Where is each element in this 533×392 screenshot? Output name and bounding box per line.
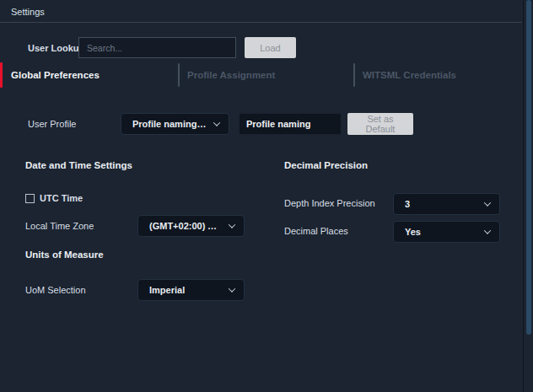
uom-selection-label: UoM Selection: [25, 285, 86, 295]
depth-index-precision-value: 3: [405, 199, 410, 209]
uom-selection-select[interactable]: Imperial: [137, 279, 245, 301]
user-profile-select-value: Profile naming [Def...: [132, 119, 207, 129]
tab-divider: [178, 63, 180, 87]
user-profile-label: User Profile: [28, 119, 76, 129]
utc-time-row: UTC Time: [25, 193, 83, 203]
uom-selection-value: Imperial: [149, 285, 185, 295]
load-button[interactable]: Load: [245, 37, 296, 58]
tab-global-preferences[interactable]: Global Preferences: [11, 70, 100, 80]
decimal-places-select[interactable]: Yes: [393, 221, 500, 243]
units-of-measure-header: Units of Measure: [25, 250, 104, 260]
local-time-zone-value: (GMT+02:00) Amman: [149, 221, 223, 231]
set-as-default-button[interactable]: Set as Default: [347, 113, 413, 135]
settings-window: { "window": { "title": "Settings" }, "us…: [0, 0, 533, 392]
depth-index-precision-select[interactable]: 3: [393, 193, 500, 215]
active-tab-indicator: [0, 62, 3, 88]
decimal-precision-header: Decimal Precision: [284, 160, 368, 170]
utc-time-label: UTC Time: [40, 193, 83, 203]
user-lookup-search-input[interactable]: [78, 37, 236, 58]
tab-profile-assignment[interactable]: Profile Assignment: [187, 70, 275, 80]
local-time-zone-label: Local Time Zone: [25, 221, 94, 231]
chevron-down-icon: [229, 285, 235, 292]
tab-witsml-credentials[interactable]: WITSML Credentials: [363, 70, 456, 80]
vertical-scrollbar[interactable]: [526, 0, 531, 335]
decimal-places-label: Decimal Places: [284, 226, 348, 236]
decimal-places-value: Yes: [405, 227, 421, 237]
depth-index-precision-label: Depth Index Precision: [284, 198, 375, 208]
user-lookup-label: User Lookup: [28, 43, 84, 53]
chevron-down-icon: [229, 221, 235, 228]
user-profile-select[interactable]: Profile naming [Def...: [121, 113, 229, 135]
title-divider: [0, 22, 522, 23]
utc-time-checkbox[interactable]: [25, 194, 35, 203]
profile-name-input[interactable]: [239, 113, 342, 135]
tab-divider: [353, 63, 355, 87]
chevron-down-icon: [213, 119, 220, 126]
tab-bar: Global Preferences Profile Assignment WI…: [0, 62, 523, 88]
date-time-settings-header: Date and Time Settings: [25, 160, 132, 170]
chevron-down-icon: [484, 227, 491, 234]
page-title: Settings: [11, 7, 45, 17]
local-time-zone-select[interactable]: (GMT+02:00) Amman: [137, 215, 245, 237]
chevron-down-icon: [484, 199, 491, 206]
panel-edge-divider: [523, 0, 524, 392]
